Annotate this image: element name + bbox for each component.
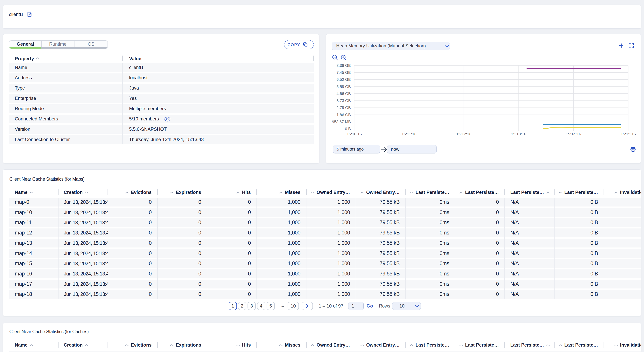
svg-text:7.45 GB: 7.45 GB	[336, 70, 351, 75]
svg-text:6.52 GB: 6.52 GB	[336, 77, 351, 82]
svg-text:1.86 GB: 1.86 GB	[336, 113, 351, 117]
svg-text:15:10:16: 15:10:16	[347, 132, 362, 136]
svg-text:15:15:16: 15:15:16	[621, 132, 636, 136]
svg-text:15:11:16: 15:11:16	[402, 132, 416, 136]
svg-text:15:14:16: 15:14:16	[566, 132, 581, 136]
svg-text:8.38 GB: 8.38 GB	[336, 63, 351, 68]
svg-text:0 B: 0 B	[345, 127, 351, 131]
svg-text:3.73 GB: 3.73 GB	[336, 98, 351, 103]
svg-text:2.79 GB: 2.79 GB	[336, 105, 351, 110]
svg-text:953.67 MB: 953.67 MB	[332, 120, 351, 124]
svg-text:4.66 GB: 4.66 GB	[336, 91, 351, 96]
svg-text:15:12:16: 15:12:16	[456, 132, 471, 136]
svg-text:5.59 GB: 5.59 GB	[336, 84, 351, 89]
svg-text:15:13:16: 15:13:16	[511, 132, 526, 136]
